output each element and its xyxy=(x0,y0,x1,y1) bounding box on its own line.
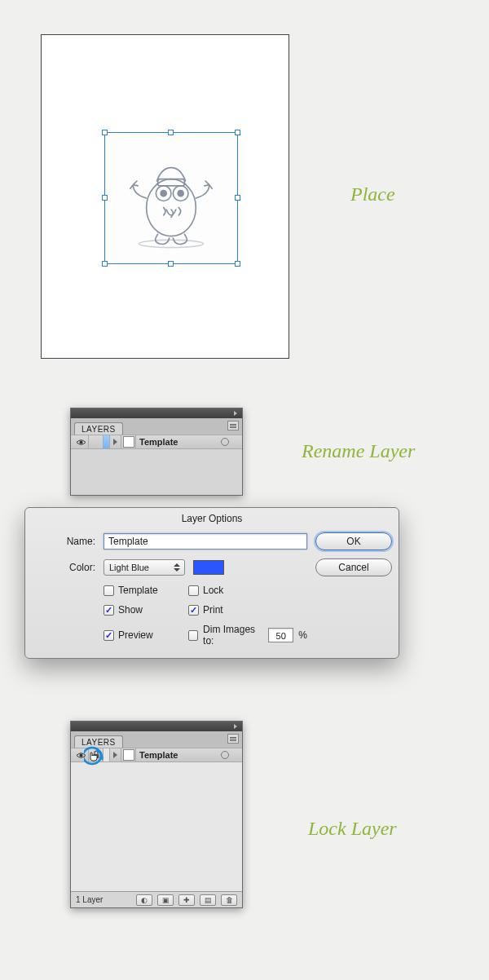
eye-icon xyxy=(76,752,86,759)
selection-handle[interactable] xyxy=(168,130,174,135)
svg-rect-5 xyxy=(158,179,185,186)
triangle-right-icon xyxy=(112,752,118,758)
new-layer-button[interactable]: ▤ xyxy=(200,894,216,906)
selection-handle[interactable] xyxy=(235,261,240,267)
dim-images-input[interactable]: 50 xyxy=(268,628,293,642)
svg-point-6 xyxy=(139,240,203,247)
selection-handle[interactable] xyxy=(102,130,108,135)
print-checkbox-label: Print xyxy=(203,604,223,616)
lock-toggle[interactable] xyxy=(89,748,104,761)
svg-point-0 xyxy=(147,179,196,236)
layer-options-dialog: Layer Options Name: Template OK Color: L… xyxy=(24,507,399,659)
selection-handle[interactable] xyxy=(102,195,108,201)
template-checkbox-label: Template xyxy=(118,585,158,596)
svg-rect-9 xyxy=(93,754,99,758)
visibility-toggle[interactable] xyxy=(74,748,89,761)
layer-thumbnail xyxy=(121,748,136,761)
layers-panel-locked: LAYERS Template xyxy=(70,721,243,908)
eye-icon xyxy=(76,439,86,446)
layer-name-label[interactable]: Template xyxy=(136,437,221,447)
selection-handle[interactable] xyxy=(235,195,240,201)
panel-titlebar[interactable] xyxy=(71,722,242,731)
panel-status-bar: 1 Layer ◐ ▣ ✚ ▤ 🗑 xyxy=(71,891,242,907)
locate-object-button[interactable]: ◐ xyxy=(136,894,152,906)
layers-panel: LAYERS Template xyxy=(70,408,243,496)
template-checkbox[interactable]: Template xyxy=(104,585,185,596)
name-label: Name: xyxy=(37,536,95,547)
dim-images-label: Dim Images to: xyxy=(203,624,263,647)
layer-thumbnail xyxy=(121,435,136,448)
panel-menu-icon[interactable] xyxy=(227,734,239,744)
svg-point-8 xyxy=(80,753,83,757)
layers-tab[interactable]: LAYERS xyxy=(74,422,123,435)
checkbox-icon xyxy=(188,585,199,596)
selection-handle[interactable] xyxy=(235,130,240,135)
new-sublayer-button[interactable]: ✚ xyxy=(178,894,195,906)
print-checkbox[interactable]: Print xyxy=(188,604,307,616)
new-layer-icon: ▤ xyxy=(205,896,212,904)
checkbox-icon xyxy=(104,630,114,641)
visibility-toggle[interactable] xyxy=(74,435,89,448)
lock-toggle[interactable] xyxy=(89,435,104,448)
dialog-title: Layer Options xyxy=(25,508,399,532)
disclosure-triangle[interactable] xyxy=(110,748,121,761)
layer-color-strip xyxy=(104,435,110,448)
layer-name-label[interactable]: Template xyxy=(136,750,221,760)
caption-lock: Lock Layer xyxy=(308,818,397,840)
lock-icon xyxy=(92,750,100,761)
color-label: Color: xyxy=(37,562,95,573)
checkbox-icon xyxy=(188,605,199,616)
show-checkbox-label: Show xyxy=(118,604,143,616)
lock-checkbox[interactable]: Lock xyxy=(188,585,307,596)
svg-point-7 xyxy=(80,440,83,444)
layers-tab[interactable]: LAYERS xyxy=(74,735,123,748)
make-clipping-mask-button[interactable]: ▣ xyxy=(157,894,174,906)
selection-handle[interactable] xyxy=(102,261,108,267)
delete-layer-button[interactable]: 🗑 xyxy=(221,894,237,906)
preview-checkbox-label: Preview xyxy=(118,629,153,641)
cancel-button[interactable]: Cancel xyxy=(315,558,392,576)
layer-color-strip xyxy=(104,748,110,761)
color-swatch[interactable] xyxy=(193,560,224,575)
layer-row-template[interactable]: Template xyxy=(71,748,242,762)
locate-icon: ◐ xyxy=(141,896,148,904)
preview-checkbox[interactable]: Preview xyxy=(104,624,185,647)
trash-icon: 🗑 xyxy=(226,896,233,904)
checkbox-icon xyxy=(104,605,114,616)
color-select[interactable]: Light Blue xyxy=(104,559,185,576)
selection-handle[interactable] xyxy=(168,261,174,267)
mask-icon: ▣ xyxy=(162,896,170,904)
show-checkbox[interactable]: Show xyxy=(104,604,185,616)
disclosure-triangle[interactable] xyxy=(110,435,121,448)
triangle-right-icon xyxy=(112,439,118,445)
dim-images-checkbox[interactable]: Dim Images to: 50 % xyxy=(188,624,307,647)
placed-image-bounding-box[interactable] xyxy=(104,132,238,264)
svg-point-2 xyxy=(161,191,166,196)
panel-titlebar[interactable] xyxy=(71,408,242,418)
layer-row-template[interactable]: Template xyxy=(71,435,242,449)
lock-checkbox-label: Lock xyxy=(203,585,223,596)
ok-button[interactable]: OK xyxy=(315,532,392,550)
caption-place: Place xyxy=(350,183,395,205)
new-sublayer-icon: ✚ xyxy=(183,896,190,904)
name-input[interactable]: Template xyxy=(104,533,307,550)
layer-count-label: 1 Layer xyxy=(76,895,103,904)
checkbox-icon xyxy=(104,585,114,596)
target-icon[interactable] xyxy=(221,751,229,759)
placed-sketch-image xyxy=(112,139,231,257)
target-icon[interactable] xyxy=(221,438,229,446)
dim-images-suffix: % xyxy=(298,629,307,641)
checkbox-icon xyxy=(188,630,198,641)
panel-menu-icon[interactable] xyxy=(227,421,239,430)
caption-rename: Rename Layer xyxy=(302,440,415,462)
svg-point-4 xyxy=(178,191,183,196)
